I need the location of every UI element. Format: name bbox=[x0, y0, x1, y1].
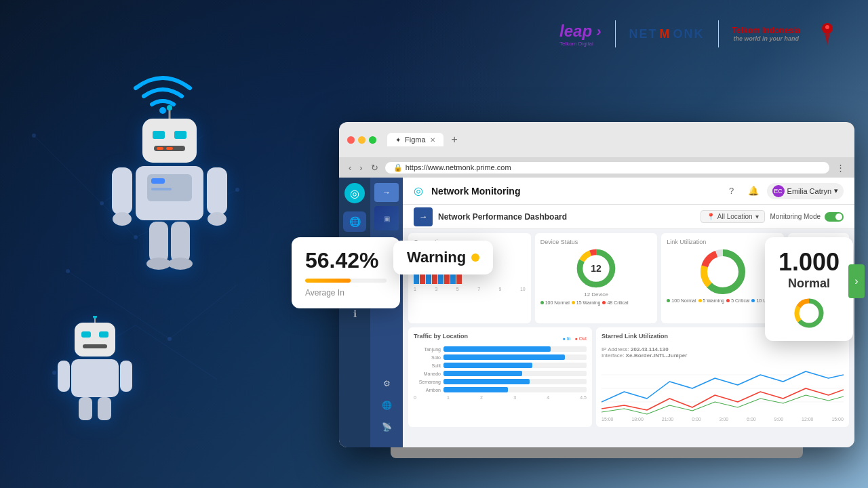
svg-rect-37 bbox=[75, 323, 115, 357]
device-status-card: Device Status 12 12 Device bbox=[535, 233, 658, 323]
link-legend: 100 Normal 5 Warning 5 Critical bbox=[667, 298, 778, 303]
warning-dot bbox=[471, 253, 479, 262]
conn-axis: 1 3 5 7 9 10 bbox=[414, 287, 526, 291]
device-status-title: Device Status bbox=[540, 239, 652, 245]
svg-rect-38 bbox=[81, 331, 91, 338]
svg-point-36 bbox=[168, 258, 193, 270]
svg-rect-22 bbox=[166, 147, 173, 150]
top-actions: ? 🔔 EC Emilia Catryn ▾ bbox=[724, 183, 844, 199]
device-donut-container: 12 bbox=[540, 248, 652, 289]
svg-rect-19 bbox=[174, 131, 186, 139]
location-filter[interactable]: 📍 All Location ▾ bbox=[701, 210, 765, 223]
monitoring-mode: Monitoring Mode bbox=[770, 212, 844, 222]
link-donut bbox=[699, 248, 747, 296]
sub-icon-arrow[interactable]: → bbox=[374, 183, 399, 202]
sidebar-item-network[interactable]: 🌐 bbox=[343, 211, 366, 232]
sidebar: ◎ 🌐 📊 ⚙ 🔔 ℹ bbox=[339, 178, 370, 447]
percentage-value: 56.42% bbox=[305, 248, 387, 273]
svg-point-15 bbox=[825, 25, 829, 29]
traffic-axis: 0 1 2 3 4 4.5 bbox=[414, 395, 587, 400]
link-donut-container bbox=[667, 248, 778, 296]
popup-average: 56.42% Average In bbox=[292, 237, 400, 308]
traffic-by-location-card: Traffic by Location ● In ● Out Tanjung bbox=[408, 327, 592, 427]
normal-big-number: 1.000 bbox=[778, 248, 840, 277]
avatar: EC bbox=[772, 185, 785, 197]
traffic-bar-sulit: Sulit bbox=[414, 363, 587, 368]
telkom-logo: Telkom Indonesia the world in your hand bbox=[732, 26, 800, 42]
fullscreen-btn[interactable] bbox=[369, 136, 376, 144]
svg-rect-39 bbox=[99, 331, 108, 338]
traffic-bar-tanjung: Tanjung bbox=[414, 346, 587, 352]
svg-rect-18 bbox=[153, 131, 165, 139]
nav-arrow-btn[interactable]: → bbox=[414, 207, 433, 226]
forward-btn[interactable]: › bbox=[358, 161, 363, 174]
traffic-bar-ambon: Ambon bbox=[414, 387, 587, 392]
address-bar[interactable]: 🔒 https://www.netmonk.prime.com bbox=[385, 162, 829, 174]
progress-fill bbox=[305, 279, 351, 283]
sub-icon-satellite[interactable]: 📡 bbox=[374, 418, 399, 436]
svg-point-35 bbox=[146, 258, 171, 270]
leap-logo: leap › Telkom Digital bbox=[559, 22, 601, 47]
close-btn[interactable] bbox=[347, 136, 355, 144]
svg-point-42 bbox=[93, 316, 97, 319]
robot-small bbox=[54, 316, 136, 427]
traffic-legend: ● In ● Out bbox=[562, 336, 587, 341]
svg-point-24 bbox=[167, 105, 172, 110]
sidebar-logo: ◎ bbox=[344, 183, 365, 203]
more-btn[interactable]: ⋮ bbox=[835, 161, 846, 174]
dashboard-title: Network Performance Dashboard bbox=[438, 212, 695, 222]
svg-rect-34 bbox=[171, 222, 190, 262]
new-tab-btn[interactable]: + bbox=[452, 134, 458, 146]
device-count: 12 bbox=[591, 263, 601, 274]
browser-tab[interactable]: ✦ Figma ✕ bbox=[387, 133, 443, 146]
normal-donut-small bbox=[778, 296, 840, 330]
svg-rect-46 bbox=[79, 397, 92, 420]
starred-link-title: Starred Link Utilization bbox=[601, 333, 668, 340]
traffic-chart-title: Traffic by Location bbox=[414, 333, 468, 340]
svg-point-31 bbox=[113, 212, 132, 226]
help-btn[interactable]: ? bbox=[724, 183, 740, 199]
avg-label: Average In bbox=[305, 288, 387, 298]
traffic-bar-semarang: Semarang bbox=[414, 379, 587, 384]
back-btn[interactable]: ‹ bbox=[347, 161, 353, 174]
svg-rect-45 bbox=[120, 361, 132, 392]
top-bar: ◎ Network Monitoring ? 🔔 EC Emilia Catry… bbox=[403, 178, 854, 205]
traffic-bar-solo: Solo bbox=[414, 354, 587, 360]
traffic-bars: Tanjung Solo bbox=[414, 346, 587, 392]
sub-preview: ▣ bbox=[374, 206, 399, 230]
svg-rect-33 bbox=[149, 222, 168, 262]
telkom-icon bbox=[814, 20, 841, 47]
dashboard-header: → Network Performance Dashboard 📍 All Lo… bbox=[403, 205, 854, 229]
svg-rect-44 bbox=[58, 361, 70, 392]
monitoring-toggle[interactable] bbox=[825, 212, 844, 222]
svg-rect-21 bbox=[157, 147, 163, 150]
link-util-title: Link Utilization bbox=[667, 239, 778, 245]
traffic-lights bbox=[347, 136, 376, 144]
svg-rect-29 bbox=[112, 167, 132, 215]
sub-icon-config[interactable]: ⚙ bbox=[374, 374, 399, 393]
netmonk-logo: NET M ONK bbox=[629, 27, 705, 41]
notification-btn[interactable]: 🔔 bbox=[745, 183, 762, 199]
right-expand-btn[interactable]: › bbox=[848, 264, 865, 298]
laptop-base bbox=[391, 447, 803, 458]
user-badge[interactable]: EC Emilia Catryn ▾ bbox=[767, 183, 844, 199]
starred-link-card: Starred Link Utilization ● In ● Out IP A… bbox=[596, 327, 849, 427]
app-icon: ◎ bbox=[414, 184, 423, 197]
address-bar-row: ‹ › ↻ 🔒 https://www.netmonk.prime.com ⋮ bbox=[339, 157, 854, 178]
normal-label-popup: Normal bbox=[778, 277, 840, 291]
robot-large bbox=[105, 105, 234, 291]
minimize-btn[interactable] bbox=[358, 136, 366, 144]
tab-close-btn[interactable]: ✕ bbox=[430, 136, 435, 144]
warning-text: Warning bbox=[407, 249, 466, 266]
link-line-chart bbox=[601, 361, 844, 415]
refresh-btn[interactable]: ↻ bbox=[370, 161, 380, 174]
svg-rect-40 bbox=[83, 344, 107, 348]
traffic-bar-manado: Manado bbox=[414, 371, 587, 376]
svg-rect-30 bbox=[207, 167, 227, 215]
sub-icon-network2[interactable]: 🌐 bbox=[374, 396, 399, 415]
device-legend: 100 Normal 15 Warning 48 Critical bbox=[540, 300, 652, 305]
charts-row: Traffic by Location ● In ● Out Tanjung bbox=[403, 327, 854, 431]
sub-sidebar: → ▣ ≡ 📈 ⚙ 🌐 📡 bbox=[370, 178, 403, 447]
link-info: IP Address: 202.43.114.130 Interface: Xe… bbox=[601, 346, 844, 359]
app-title: Network Monitoring bbox=[431, 186, 718, 197]
